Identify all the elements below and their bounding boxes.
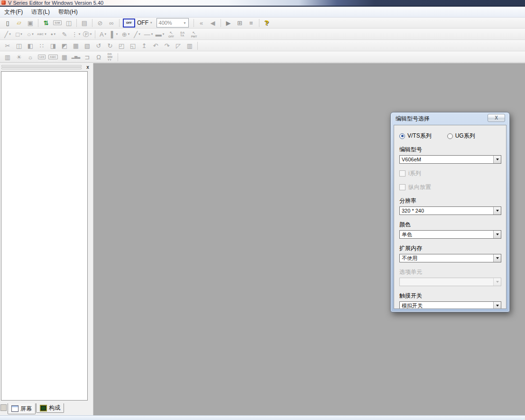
toolbar-separator — [221, 19, 221, 27]
prev-screen-icon[interactable]: « — [196, 18, 207, 28]
screen-list-area[interactable] — [1, 71, 88, 401]
panel-gripper[interactable] — [1, 65, 82, 70]
transfer-icon[interactable]: ⇅ — [41, 18, 51, 28]
component-icon[interactable]: ⊐ — [82, 52, 92, 62]
back-arrow-icon[interactable]: ◀ — [208, 18, 218, 28]
numeric-display-icon[interactable]: 123 — [37, 52, 47, 62]
i-series-checkbox[interactable] — [399, 170, 405, 177]
dash-line-tool-icon[interactable]: —▾ — [143, 29, 154, 39]
ruler-tool-icon[interactable]: ⋮▾ — [71, 29, 81, 39]
color-combobox[interactable]: 单色 — [399, 230, 501, 239]
send-to-back-icon[interactable]: ◩ — [59, 41, 70, 50]
screen-grid-icon[interactable]: ⊞ — [235, 18, 245, 28]
dialog-close-button[interactable]: X — [488, 114, 505, 122]
simulator-icon[interactable]: SIM — [52, 18, 63, 28]
alarm-icon[interactable]: ☼ — [25, 52, 36, 62]
new-document-icon[interactable]: ▯ — [2, 18, 13, 28]
tab-screen-label: 屏幕 — [20, 405, 32, 413]
paint-tool-icon[interactable]: ✎ — [59, 29, 70, 39]
open-folder-icon[interactable]: ▱ — [14, 18, 24, 28]
chevron-down-icon — [493, 302, 501, 309]
edit-model-dialog: 编辑型号选择 X V/TS系列 UG系列 编辑型号 V606eM i系列 纵向放… — [390, 112, 510, 312]
bring-to-front-icon[interactable]: ◨ — [48, 41, 58, 50]
cursor-pmt-icon[interactable]: ↖PMT — [189, 29, 199, 39]
date-icon[interactable]: DD MM YY — [105, 52, 115, 62]
lamp-icon[interactable]: ☀ — [14, 52, 24, 62]
data-display-icon[interactable]: DA TA — [177, 29, 188, 39]
toolbar-separator — [76, 19, 77, 27]
radio-vts-series[interactable] — [399, 133, 405, 139]
toolbar-draw: ╱▾□▾○▾ABC▾•▾✎⋮▾Ⓟ▾A▾▌▾⊕▾╱▾—▾▬▾↖OFFDA TA↖P… — [0, 29, 525, 40]
chevron-down-icon — [493, 207, 501, 215]
copy-icon[interactable]: ◫ — [14, 41, 24, 50]
group-icon[interactable]: ▦ — [71, 41, 81, 50]
marker-tool-icon[interactable]: ▌▾ — [109, 29, 120, 39]
screen-keypad-icon[interactable]: ▥ — [184, 41, 195, 50]
rotate-right-icon[interactable]: ↻ — [105, 41, 115, 50]
off-mode-button[interactable]: OFF OFF ▾ — [123, 18, 152, 28]
model-combobox[interactable]: V606eM — [399, 155, 501, 164]
slant-line-tool-icon[interactable]: ╱▾ — [132, 29, 142, 39]
toolbar-separator — [197, 42, 198, 50]
color-value: 单色 — [400, 231, 493, 238]
model-label: 编辑型号 — [399, 146, 501, 154]
ext-memory-combobox[interactable]: 不使用 — [399, 254, 501, 262]
char-display-icon[interactable]: ABC — [48, 52, 58, 62]
distribute-pattern-icon[interactable]: ◱ — [128, 41, 138, 50]
dot-tool-icon[interactable]: •▾ — [48, 29, 58, 39]
chevron-down-icon — [493, 156, 501, 163]
menu-language[interactable]: 语言(L) — [27, 7, 54, 17]
undo-icon[interactable]: ↶ — [150, 41, 161, 50]
circle-tool-icon[interactable]: ○▾ — [25, 29, 36, 39]
touch-switch-label: 触摸开关 — [399, 292, 501, 300]
binoculars-icon[interactable]: ∞ — [106, 18, 117, 28]
line-tool-icon[interactable]: ╱▾ — [2, 29, 13, 39]
text-tool-icon[interactable]: ABC▾ — [37, 29, 47, 39]
color-label: 颜色 — [399, 221, 501, 229]
rotate-left-icon[interactable]: ↺ — [93, 41, 104, 50]
print-icon[interactable]: ▤ — [79, 18, 90, 28]
resolution-value: 320 * 240 — [400, 208, 493, 214]
paste-icon[interactable]: ◧ — [25, 41, 36, 50]
multi-copy-icon[interactable]: ∷ — [37, 41, 47, 50]
cursor-off-icon[interactable]: ↖OFF — [166, 29, 176, 39]
panel-close-icon[interactable]: x — [84, 64, 91, 70]
forward-arrow-icon[interactable]: ▶ — [223, 18, 234, 28]
calculator-icon[interactable]: ▦ — [59, 52, 70, 62]
screen-transfer-icon[interactable]: ◫ — [64, 18, 74, 28]
vertical-checkbox-row: 纵向放置 — [399, 183, 501, 191]
filled-rect-tool-icon[interactable]: ▬▾ — [155, 29, 165, 39]
zoom-search-icon[interactable]: ⊘ — [95, 18, 105, 28]
char-tool-icon[interactable]: A▾ — [98, 29, 108, 39]
help-icon[interactable]: ? — [262, 18, 272, 28]
resolution-combobox[interactable]: 320 * 240 — [399, 206, 501, 215]
menu-file[interactable]: 文件(F) — [0, 7, 27, 17]
item-list-icon[interactable]: ≡ — [246, 18, 257, 28]
touch-switch-combobox[interactable]: 模拟开关 — [399, 301, 501, 309]
cut-icon[interactable]: ✂ — [2, 41, 13, 50]
save-icon[interactable]: ▣ — [25, 18, 36, 28]
pin-icon[interactable]: ↥ — [139, 41, 149, 50]
align-pattern-icon[interactable]: ◰ — [116, 41, 127, 50]
pattern-p-tool-icon[interactable]: Ⓟ▾ — [82, 29, 92, 39]
menu-help[interactable]: 帮助(H) — [54, 7, 82, 17]
ungroup-icon[interactable]: ▧ — [82, 41, 92, 50]
rectangle-tool-icon[interactable]: □▾ — [14, 29, 24, 39]
select-icon[interactable]: ◸ — [173, 41, 184, 50]
tab-composition[interactable]: 构成 — [36, 403, 64, 413]
zoom-level-combobox[interactable]: 400% ▾ — [157, 18, 189, 28]
globe-tool-icon[interactable]: ⊕▾ — [120, 29, 131, 39]
radio-ug-series[interactable] — [447, 133, 453, 139]
radio-vts-series-label: V/TS系列 — [407, 132, 432, 140]
vertical-placement-label: 纵向放置 — [408, 183, 431, 191]
tab-corner-box — [0, 404, 7, 411]
window-titlebar[interactable]: V Series Editor for Windows Version 5.40 — [0, 0, 525, 7]
vertical-placement-checkbox[interactable] — [399, 184, 405, 190]
dialog-body: V/TS系列 UG系列 编辑型号 V606eM i系列 纵向放置 分辨率 320… — [394, 125, 507, 309]
toolbar-separator — [193, 19, 194, 27]
keypad-display-icon[interactable]: ▥ — [2, 52, 13, 62]
tab-screen[interactable]: 屏幕 — [8, 403, 36, 414]
bell-icon[interactable]: Ω — [93, 52, 104, 62]
redo-icon[interactable]: ↷ — [162, 41, 172, 50]
graph-icon[interactable]: ▂▅▃ — [71, 52, 81, 62]
